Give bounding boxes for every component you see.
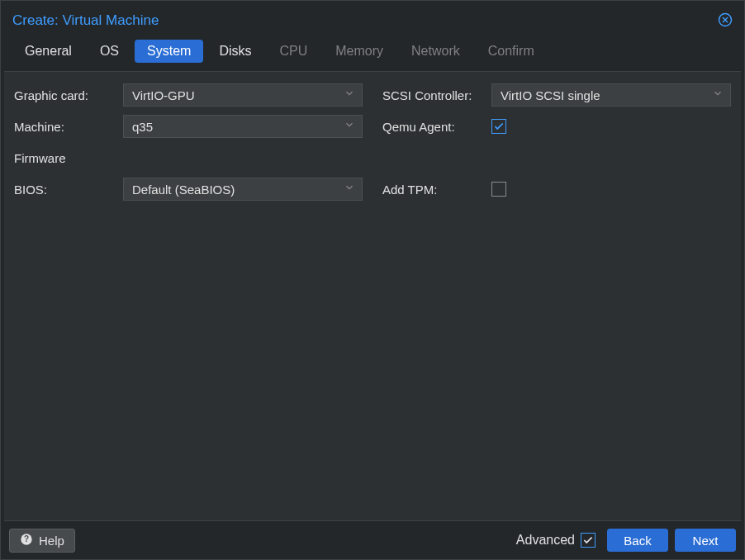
dropdown-value: Default (SeaBIOS) [132,183,235,197]
create-vm-dialog: Create: Virtual Machine General OS Syste… [0,0,745,560]
label-machine: Machine: [14,120,123,134]
dropdown-value: VirtIO-GPU [132,88,195,102]
row-qemu-agent: Qemu Agent: [382,115,731,138]
dialog-header: Create: Virtual Machine [1,1,744,40]
checkbox-advanced[interactable] [581,533,596,548]
label-graphic-card: Graphic card: [14,88,123,102]
tab-general[interactable]: General [12,40,84,63]
tab-confirm: Confirm [476,40,547,63]
row-bios: BIOS: Default (SeaBIOS) [14,178,363,201]
chevron-down-icon [344,182,355,197]
row-add-tpm: Add TPM: [382,178,731,201]
dropdown-bios[interactable]: Default (SeaBIOS) [123,178,363,201]
help-button[interactable]: ? Help [9,529,75,553]
section-firmware: Firmware [14,146,363,169]
advanced-label: Advanced [516,533,575,548]
help-icon: ? [20,533,33,548]
tab-os[interactable]: OS [88,40,131,63]
form-column-left: Graphic card: VirtIO-GPU Machine: q35 [14,83,363,201]
row-graphic-card: Graphic card: VirtIO-GPU [14,83,363,107]
chevron-down-icon [344,119,355,134]
dropdown-scsi-controller[interactable]: VirtIO SCSI single [491,83,731,107]
close-icon[interactable] [718,12,733,27]
tab-cpu: CPU [268,40,320,63]
tab-network: Network [399,40,472,63]
checkbox-qemu-agent[interactable] [491,119,506,134]
spacer-firmware-right [382,146,731,169]
tab-bar: General OS System Disks CPU Memory Netwo… [1,40,744,71]
chevron-down-icon [712,88,724,102]
row-machine: Machine: q35 [14,115,363,138]
checkbox-add-tpm[interactable] [491,182,506,197]
label-scsi-controller: SCSI Controller: [382,88,491,102]
dialog-body: Graphic card: VirtIO-GPU Machine: q35 [4,71,741,521]
advanced-toggle[interactable]: Advanced [516,533,596,548]
row-scsi-controller: SCSI Controller: VirtIO SCSI single [382,83,731,107]
back-button[interactable]: Back [607,529,668,552]
label-add-tpm: Add TPM: [382,183,491,197]
dropdown-machine[interactable]: q35 [123,115,363,138]
dialog-footer: ? Help Advanced Back Next [1,521,744,559]
dialog-title: Create: Virtual Machine [12,12,159,29]
label-qemu-agent: Qemu Agent: [382,120,491,134]
tab-system[interactable]: System [135,40,203,63]
form-columns: Graphic card: VirtIO-GPU Machine: q35 [14,83,731,201]
dropdown-value: VirtIO SCSI single [501,88,600,102]
chevron-down-icon [344,88,355,102]
svg-text:?: ? [24,534,29,543]
help-button-label: Help [39,534,64,548]
form-column-right: SCSI Controller: VirtIO SCSI single Qemu… [382,83,731,201]
next-button[interactable]: Next [675,529,736,552]
tab-disks[interactable]: Disks [206,40,263,63]
tab-memory: Memory [323,40,396,63]
label-bios: BIOS: [14,183,123,197]
dropdown-graphic-card[interactable]: VirtIO-GPU [123,83,363,107]
dropdown-value: q35 [132,120,153,134]
